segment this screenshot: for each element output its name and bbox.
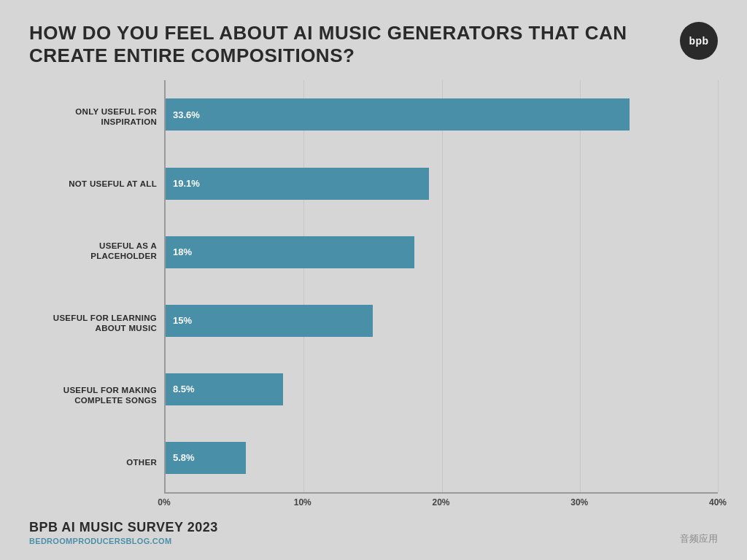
bars-section: ONLY USEFUL FOR INSPIRATIONNOT USEFUL AT… xyxy=(29,80,718,494)
bar-row: 18% xyxy=(166,233,718,271)
logo-text: bpb xyxy=(689,35,708,47)
survey-url: BEDROOMPRODUCERSBLOG.COM xyxy=(29,537,218,545)
footer-left: BPB AI MUSIC SURVEY 2023 BEDROOMPRODUCER… xyxy=(29,520,218,545)
bpb-logo: bpb xyxy=(680,22,718,60)
bar-value-label: 18% xyxy=(173,246,192,257)
bar-row: 8.5% xyxy=(166,370,718,408)
bar-value-label: 5.8% xyxy=(173,452,195,463)
y-label: NOT USEFUL AT ALL xyxy=(29,179,157,189)
x-axis: 0%10%20%30%40% xyxy=(164,494,718,510)
footer: BPB AI MUSIC SURVEY 2023 BEDROOMPRODUCER… xyxy=(29,520,718,545)
x-tick-label: 10% xyxy=(294,497,311,508)
bar: 19.1% xyxy=(166,168,429,200)
bars-container: 33.6%19.1%18%15%8.5%5.8% xyxy=(164,80,718,494)
y-label: USEFUL FOR MAKING COMPLETE SONGS xyxy=(29,385,157,406)
bar-value-label: 8.5% xyxy=(173,384,195,394)
bar: 15% xyxy=(166,305,373,337)
page-container: HOW DO YOU FEEL ABOUT AI MUSIC GENERATOR… xyxy=(0,0,747,560)
header: HOW DO YOU FEEL ABOUT AI MUSIC GENERATOR… xyxy=(29,22,718,67)
bar-value-label: 19.1% xyxy=(173,178,200,189)
survey-title: BPB AI MUSIC SURVEY 2023 xyxy=(29,520,218,535)
page-title: HOW DO YOU FEEL ABOUT AI MUSIC GENERATOR… xyxy=(29,22,657,67)
bar-row: 5.8% xyxy=(166,439,718,477)
bar-value-label: 33.6% xyxy=(173,109,200,120)
y-label: USEFUL AS A PLACEHOLDER xyxy=(29,241,157,262)
bar-row: 33.6% xyxy=(166,96,718,133)
y-axis-labels: ONLY USEFUL FOR INSPIRATIONNOT USEFUL AT… xyxy=(29,80,164,494)
x-tick-label: 30% xyxy=(570,497,588,508)
watermark: 音频应用 xyxy=(680,532,718,545)
x-tick-label: 40% xyxy=(709,497,727,508)
bar-value-label: 15% xyxy=(173,315,192,326)
bar: 5.8% xyxy=(166,442,246,474)
bar: 8.5% xyxy=(166,373,283,405)
y-label: USEFUL FOR LEARNING ABOUT MUSIC xyxy=(29,313,157,334)
chart-area: ONLY USEFUL FOR INSPIRATIONNOT USEFUL AT… xyxy=(29,80,718,510)
bar: 18% xyxy=(166,236,414,268)
x-tick-label: 0% xyxy=(158,497,170,508)
y-label: ONLY USEFUL FOR INSPIRATION xyxy=(29,106,157,128)
bar-row: 15% xyxy=(166,302,718,340)
bar: 33.6% xyxy=(166,98,630,131)
y-label: OTHER xyxy=(29,457,157,467)
x-tick-label: 20% xyxy=(432,497,449,508)
bar-row: 19.1% xyxy=(166,165,718,203)
